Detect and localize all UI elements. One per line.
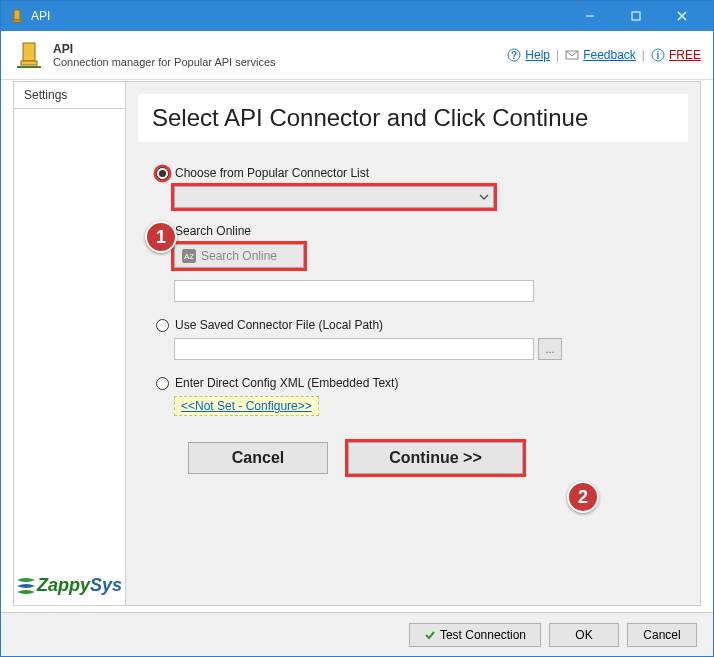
help-icon: ? <box>507 48 521 62</box>
search-online-button-label: Search Online <box>201 249 277 263</box>
callout-2: 2 <box>567 481 599 513</box>
configure-xml-link[interactable]: <<Not Set - Configure>> <box>174 396 319 416</box>
popular-connector-dropdown[interactable] <box>174 186 494 208</box>
maximize-button[interactable] <box>613 1 659 31</box>
help-link[interactable]: Help <box>525 48 550 62</box>
page-title: Select API Connector and Click Continue <box>152 104 674 132</box>
radio-saved-file[interactable] <box>156 319 169 332</box>
svg-rect-1 <box>13 20 21 22</box>
radio-popular-list[interactable] <box>156 167 169 180</box>
header-title: API <box>53 42 276 56</box>
radio-direct-xml[interactable] <box>156 377 169 390</box>
info-icon: i <box>651 48 665 62</box>
header-subtitle: Connection manager for Popular API servi… <box>53 56 276 68</box>
header-app-icon <box>13 39 45 71</box>
sidebar: Settings <box>14 82 126 605</box>
svg-text:AZ: AZ <box>184 252 194 261</box>
header-links: ? Help | Feedback | i FREE <box>507 48 701 62</box>
label-saved-file: Use Saved Connector File (Local Path) <box>175 318 383 332</box>
app-icon <box>9 8 25 24</box>
callout-1: 1 <box>145 221 177 253</box>
svg-rect-6 <box>23 43 35 61</box>
feedback-link[interactable]: Feedback <box>583 48 636 62</box>
mail-icon <box>565 48 579 62</box>
footer: Test Connection OK Cancel <box>1 612 713 656</box>
close-button[interactable] <box>659 1 705 31</box>
label-popular-list: Choose from Popular Connector List <box>175 166 369 180</box>
label-search-online: Search Online <box>175 224 251 238</box>
svg-text:?: ? <box>511 50 517 61</box>
tab-settings[interactable]: Settings <box>14 82 125 109</box>
svg-rect-7 <box>21 61 37 65</box>
window: API API Connection manager for Popular A… <box>0 0 714 657</box>
search-online-input[interactable] <box>174 280 534 302</box>
check-icon <box>424 629 436 641</box>
main-panel: Select API Connector and Click Continue … <box>126 82 700 605</box>
minimize-button[interactable] <box>567 1 613 31</box>
svg-rect-3 <box>632 12 640 20</box>
label-direct-xml: Enter Direct Config XML (Embedded Text) <box>175 376 398 390</box>
browse-button[interactable]: ... <box>538 338 562 360</box>
titlebar: API <box>1 1 713 31</box>
svg-rect-0 <box>14 10 20 20</box>
ok-button[interactable]: OK <box>549 623 619 647</box>
continue-button[interactable]: Continue >> <box>348 442 523 474</box>
chevron-down-icon <box>479 192 489 202</box>
saved-file-path-input[interactable] <box>174 338 534 360</box>
free-link[interactable]: FREE <box>669 48 701 62</box>
window-title: API <box>31 9 567 23</box>
logo-icon <box>15 574 37 596</box>
header-strip: API Connection manager for Popular API s… <box>1 31 713 80</box>
cancel-button[interactable]: Cancel <box>188 442 328 474</box>
search-icon: AZ <box>181 248 197 264</box>
footer-cancel-button[interactable]: Cancel <box>627 623 697 647</box>
svg-text:i: i <box>657 50 660 61</box>
content-area: Settings Select API Connector and Click … <box>13 81 701 606</box>
test-connection-button[interactable]: Test Connection <box>409 623 541 647</box>
search-online-button[interactable]: AZ Search Online <box>174 244 304 268</box>
zappysys-logo: ZappySys <box>15 574 122 596</box>
